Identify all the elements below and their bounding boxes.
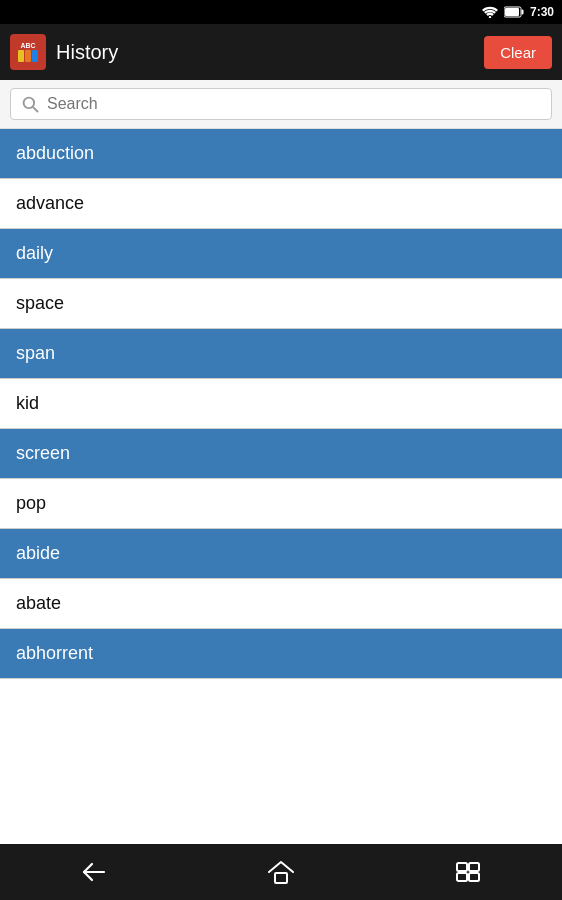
list-item[interactable]: advance (0, 179, 562, 229)
search-icon (21, 95, 39, 113)
app-icon: ABC (10, 34, 46, 70)
list-item[interactable]: abhorrent (0, 629, 562, 679)
list-item[interactable]: space (0, 279, 562, 329)
list-item[interactable]: abate (0, 579, 562, 629)
top-bar: ABC History Clear (0, 24, 562, 80)
history-list: abductionadvancedailyspacespankidscreenp… (0, 129, 562, 840)
list-item[interactable]: screen (0, 429, 562, 479)
page-title: History (56, 41, 118, 64)
list-item[interactable]: abduction (0, 129, 562, 179)
battery-icon (504, 6, 524, 18)
status-bar: 7:30 (0, 0, 562, 24)
list-item[interactable]: kid (0, 379, 562, 429)
wifi-icon (482, 6, 498, 18)
list-item[interactable]: abide (0, 529, 562, 579)
search-input[interactable] (47, 95, 541, 113)
list-item[interactable]: daily (0, 229, 562, 279)
svg-point-0 (489, 16, 491, 18)
top-bar-left: ABC History (10, 34, 118, 70)
search-input-wrapper (10, 88, 552, 120)
svg-rect-2 (521, 10, 523, 15)
svg-rect-11 (469, 873, 479, 881)
status-time: 7:30 (530, 5, 554, 19)
list-item[interactable]: pop (0, 479, 562, 529)
home-nav-button[interactable] (251, 852, 311, 892)
svg-rect-3 (505, 8, 519, 16)
back-nav-button[interactable] (64, 852, 124, 892)
bottom-nav-bar (0, 844, 562, 900)
recent-nav-button[interactable] (438, 852, 498, 892)
clear-button[interactable]: Clear (484, 36, 552, 69)
svg-rect-9 (469, 863, 479, 871)
search-container (0, 80, 562, 129)
list-item[interactable]: span (0, 329, 562, 379)
svg-rect-10 (457, 873, 467, 881)
svg-rect-7 (275, 873, 287, 883)
status-icons: 7:30 (482, 5, 554, 19)
svg-line-5 (33, 107, 38, 112)
svg-rect-8 (457, 863, 467, 871)
